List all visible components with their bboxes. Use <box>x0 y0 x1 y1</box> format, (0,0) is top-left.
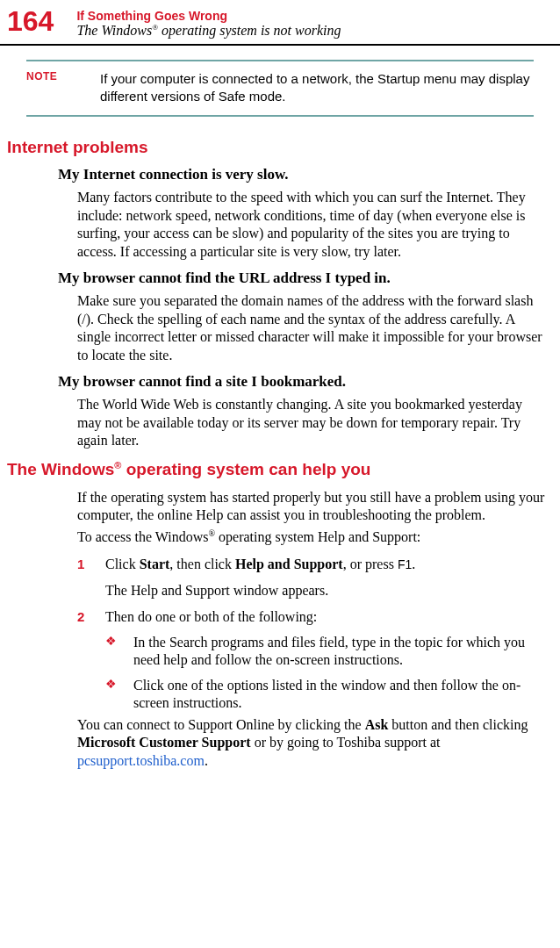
subheading-bookmark: My browser cannot find a site I bookmark… <box>58 373 534 391</box>
step-1: 1 Click Start, then click Help and Suppo… <box>77 556 548 573</box>
section-title: The Windows® operating system is not wor… <box>76 23 341 39</box>
support-link[interactable]: pcsupport.toshiba.com <box>77 753 205 768</box>
step-2: 2 Then do one or both of the following: <box>77 608 548 626</box>
body-url: Make sure you separated the domain names… <box>77 292 548 364</box>
step-text: Click Start, then click Help and Support… <box>105 556 548 573</box>
bullet-text: Click one of the options listed in the w… <box>133 677 548 713</box>
page-number: 164 <box>7 7 54 35</box>
body-bookmark: The World Wide Web is constantly changin… <box>77 396 548 449</box>
step-1-sub: The Help and Support window appears. <box>105 582 548 600</box>
step-text: Then do one or both of the following: <box>105 608 548 626</box>
page-header: 164 If Something Goes Wrong The Windows®… <box>0 0 560 46</box>
body-windows-final: You can connect to Support Online by cli… <box>77 716 548 770</box>
step-number: 2 <box>77 608 105 626</box>
bullet-text: In the Search programs and files field, … <box>133 634 548 670</box>
body-slow-internet: Many factors contribute to the speed wit… <box>77 189 548 261</box>
diamond-bullet-icon: ❖ <box>105 634 133 670</box>
body-windows-access: To access the Windows® operating system … <box>77 528 548 547</box>
note-box: NOTE If your computer is connected to a … <box>26 60 534 117</box>
step-number: 1 <box>77 556 105 573</box>
heading-windows-help: The Windows® operating system can help y… <box>7 460 560 479</box>
note-label: NOTE <box>26 70 100 104</box>
note-text: If your computer is connected to a netwo… <box>100 70 534 104</box>
body-windows-intro: If the operating system has started prop… <box>77 489 548 525</box>
diamond-bullet-icon: ❖ <box>105 677 133 713</box>
heading-internet-problems: Internet problems <box>7 138 560 157</box>
header-titles: If Something Goes Wrong The Windows® ope… <box>76 7 341 39</box>
subheading-slow-internet: My Internet connection is very slow. <box>58 166 534 183</box>
chapter-title: If Something Goes Wrong <box>76 9 341 23</box>
bullet-2: ❖ Click one of the options listed in the… <box>105 677 548 713</box>
bullet-1: ❖ In the Search programs and files field… <box>105 634 548 670</box>
subheading-url: My browser cannot find the URL address I… <box>58 269 534 287</box>
